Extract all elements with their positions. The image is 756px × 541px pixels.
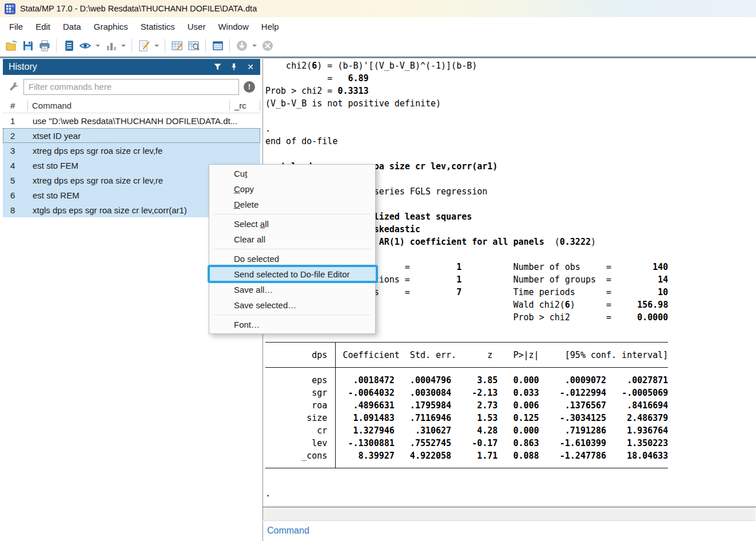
menu-item-edit[interactable]: Edit (29, 19, 57, 34)
filter-error-icon[interactable]: ! (244, 81, 255, 93)
column-rc[interactable]: _rc (230, 101, 260, 110)
break-icon (261, 39, 274, 52)
history-row-command: est sto REM (28, 190, 79, 200)
data-editor-icon (171, 39, 184, 52)
context-menu-item-select-all[interactable]: Select all (209, 216, 375, 232)
table-vertical-divider (335, 343, 336, 468)
output-line: dps Coefficient Std. err. z P>|z| [95% c… (265, 349, 756, 361)
context-menu-item-delete[interactable]: Delete (209, 197, 375, 212)
open-button[interactable] (3, 38, 19, 54)
stata-app-icon (5, 3, 15, 14)
menu-item-file[interactable]: File (3, 19, 29, 34)
history-column-header: # Command _rc (3, 98, 260, 113)
history-row-number: 8 (3, 205, 28, 215)
toolbar (0, 35, 756, 56)
more-dropdown[interactable] (252, 45, 257, 47)
history-row[interactable]: 3xtreg dps eps sgr roa size cr lev,fe (3, 143, 260, 158)
filter-commands-input[interactable] (23, 79, 239, 95)
dofile-dropdown[interactable] (154, 45, 159, 47)
menu-item-window[interactable]: Window (212, 19, 254, 34)
context-menu-item-font[interactable]: Font… (209, 317, 375, 332)
column-command[interactable]: Command (28, 101, 229, 110)
history-row-number: 1 (3, 116, 28, 126)
data-browser-icon (188, 39, 200, 52)
output-line: end of do-file (265, 135, 756, 148)
output-line (265, 110, 756, 122)
context-menu-item-save-all[interactable]: Save all… (209, 282, 375, 297)
regression-table: dps Coefficient Std. err. z P>|z| [95% c… (265, 336, 756, 475)
output-line: . (265, 122, 756, 135)
output-line: roa .4896631 .1795984 2.73 0.006 .137656… (265, 399, 756, 412)
context-menu-item-cut[interactable]: Cut (209, 166, 375, 181)
history-row-number: 6 (3, 190, 28, 200)
output-line: size 1.091483 .7116946 1.53 0.125 -.3034… (265, 412, 756, 424)
output-line: (V_b-V_B is not positive definite) (265, 97, 756, 110)
print-button[interactable] (37, 38, 52, 54)
open-folder-icon (5, 39, 18, 52)
menu-item-statistics[interactable]: Statistics (134, 19, 181, 34)
data-browser-button[interactable] (186, 38, 201, 54)
break-button[interactable] (260, 38, 275, 54)
context-menu-item-do-selected[interactable]: Do selected (209, 251, 375, 266)
toolbar-separator (165, 39, 165, 53)
title-bar: Stata/MP 17.0 - D:\web Resdata\THUCHANH … (0, 0, 756, 17)
filter-icon[interactable] (213, 63, 221, 71)
variables-manager-button[interactable] (210, 38, 225, 54)
output-line: = 6.89 (265, 72, 756, 85)
wrench-icon[interactable] (8, 81, 19, 92)
command-pane-title: Command (267, 526, 309, 535)
menu-separator (214, 214, 371, 214)
more-button[interactable] (234, 38, 249, 54)
output-line: Prob > chi2 = 0.3313 (265, 85, 756, 97)
log-button[interactable] (61, 38, 76, 54)
stata-window: Stata/MP 17.0 - D:\web Resdata\THUCHANH … (0, 0, 756, 541)
toolbar-separator (56, 39, 57, 53)
window-title: Stata/MP 17.0 - D:\web Resdata\THUCHANH … (20, 4, 257, 13)
history-context-menu: CutCopyDeleteSelect allClear allDo selec… (209, 164, 376, 334)
table-rule (265, 462, 756, 475)
viewer-button[interactable] (77, 38, 93, 54)
save-icon (22, 39, 34, 52)
toolbar-separator (229, 39, 230, 53)
save-button[interactable] (20, 38, 35, 54)
history-row-number: 5 (3, 176, 28, 185)
history-panel-title: History (9, 62, 37, 72)
context-menu-item-copy[interactable]: Copy (209, 181, 375, 197)
output-line (265, 475, 756, 487)
menu-separator (214, 249, 371, 249)
menu-bar: FileEditDataGraphicsStatisticsUserWindow… (0, 17, 756, 35)
context-menu-item-send-selected-to-do-file-editor[interactable]: Send selected to Do-file Editor (209, 266, 375, 282)
history-row-command: xtset ID year (28, 131, 81, 141)
column-number[interactable]: # (3, 101, 27, 110)
dofile-editor-button[interactable] (136, 38, 152, 54)
output-line: sgr -.0064032 .0030084 -2.13 0.033 -.012… (265, 387, 756, 399)
pin-icon[interactable] (230, 63, 238, 71)
graph-dropdown[interactable] (121, 45, 126, 47)
graph-button[interactable] (103, 38, 118, 54)
history-filter-row: ! (3, 75, 260, 98)
history-row-number: 4 (3, 161, 28, 170)
context-menu-item-clear-all[interactable]: Clear all (209, 232, 375, 247)
output-line: lev -.1300881 .7552745 -0.17 0.863 -1.61… (265, 437, 756, 449)
graph-icon (105, 39, 117, 52)
output-line: eps .0018472 .0004796 3.85 0.000 .000907… (265, 374, 756, 387)
menu-item-help[interactable]: Help (255, 19, 285, 34)
splitter-bar[interactable] (262, 507, 755, 521)
close-icon[interactable]: ✕ (246, 63, 254, 71)
data-editor-button[interactable] (169, 38, 185, 54)
table-rule (265, 336, 756, 349)
menu-item-user[interactable]: User (181, 19, 212, 34)
history-row-command: xtreg dps eps sgr roa size cr lev,re (28, 176, 163, 185)
table-rule (265, 361, 756, 374)
viewer-eye-icon (79, 39, 91, 52)
output-line: _cons 8.39927 4.922058 1.71 0.088 -1.247… (265, 449, 756, 462)
history-row-command: xtreg dps eps sgr roa size cr lev,fe (28, 146, 162, 156)
column-divider (260, 101, 260, 110)
history-row[interactable]: 2xtset ID year (3, 128, 260, 143)
menu-item-graphics[interactable]: Graphics (87, 19, 134, 34)
context-menu-item-save-selected[interactable]: Save selected… (209, 297, 375, 313)
menu-item-data[interactable]: Data (57, 19, 87, 34)
history-row[interactable]: 1use "D:\web Resdata\THUCHANH DOFILE\DAT… (3, 113, 260, 128)
viewer-dropdown[interactable] (96, 45, 100, 47)
history-panel-header: History ✕ (3, 59, 260, 75)
